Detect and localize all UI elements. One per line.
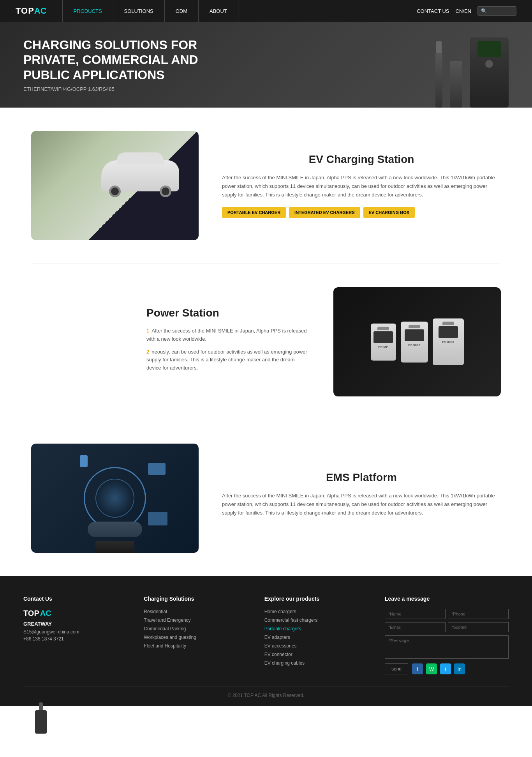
ev-station-illustration [31, 131, 199, 240]
globe-hand [88, 522, 142, 537]
nav-item-about[interactable]: ABOUT [199, 0, 238, 22]
nav-links: PRODUCTS SOLUTIONS ODM ABOUT [62, 0, 417, 22]
power-station-image: PRIME PS 5000 PS 8000 [333, 287, 501, 396]
footer-message-title: Leave a message [385, 596, 509, 602]
footer-products-col: Explore our products Home chargers Comme… [264, 596, 369, 674]
power-station-point1: 1After the success of the MINI SMILE in … [146, 327, 310, 343]
ev-station-title: EV Charging Station [222, 153, 501, 166]
twitter-icon[interactable]: t [440, 663, 451, 674]
power-station-title: Power Station [146, 307, 310, 319]
ps-screen-l [439, 326, 458, 338]
copyright: © 2021 TOP AC All Rights Reserved. [228, 693, 305, 698]
ps-handle-s [377, 327, 389, 330]
ev-charging-box-btn[interactable]: EV CHARGING BOX [363, 207, 415, 218]
footer-phone: +86 138 1874 3721 [23, 636, 128, 642]
wechat-icon[interactable]: W [426, 663, 437, 674]
nav-item-odm[interactable]: ODM [165, 0, 199, 22]
footer-email-input[interactable] [385, 622, 446, 632]
footer: Contact Us TOP AC GREATWAY S15@guangwei-… [0, 576, 532, 706]
ev-station-section: EV Charging Station After the success of… [0, 108, 532, 264]
footer-product-ev-charging-cables[interactable]: EV charging cables [264, 660, 369, 666]
ps-unit-medium: PS 5000 [401, 322, 428, 363]
car-wheel-left [109, 186, 121, 197]
ps-screen-m [405, 329, 424, 341]
ems-section: EMS Platform After the success of the MI… [0, 420, 532, 576]
ps-unit-large: PS 8000 [433, 318, 464, 365]
footer-message-textarea[interactable] [385, 635, 509, 659]
ev-station-content: EV Charging Station After the success of… [222, 153, 501, 218]
footer-submit-input[interactable] [448, 622, 509, 632]
ps-num-1: 1 [146, 328, 149, 334]
footer-email-submit-row [385, 622, 509, 632]
footer-grid: Contact Us TOP AC GREATWAY S15@guangwei-… [23, 596, 509, 674]
facebook-icon[interactable]: f [412, 663, 423, 674]
footer-product-home-chargers[interactable]: Home chargers [264, 609, 369, 614]
ems-content: EMS Platform After the success of the MI… [222, 471, 501, 525]
navbar: TOP AC PRODUCTS SOLUTIONS ODM ABOUT CONT… [0, 0, 532, 22]
footer-charging-link-4[interactable]: Fleet and Hospitality [144, 643, 248, 649]
footer-charging-link-0[interactable]: Residential [144, 609, 248, 614]
ps-screen-s [373, 331, 393, 343]
footer-product-commercial-fast-chargers[interactable]: Commercial fast chargers [264, 617, 369, 623]
nav-lang[interactable]: CN/EN [456, 8, 471, 14]
ps-unit-small: PRIME [371, 324, 396, 361]
footer-phone-input[interactable] [448, 609, 509, 619]
footer-product-ev-connector[interactable]: EV connector [264, 652, 369, 657]
ems-image [31, 444, 199, 553]
ems-title: EMS Platform [222, 471, 501, 484]
footer-bottom: © 2021 TOP AC All Rights Reserved. [23, 686, 509, 698]
power-station-row: PRIME PS 5000 PS 8000 Power Station 1Aft… [31, 287, 501, 396]
ev-station-buttons: PORTABLE EV CHARGER INTEGRATED EV CHARGE… [222, 207, 501, 218]
portable-ev-charger-btn[interactable]: PORTABLE EV CHARGER [222, 207, 286, 218]
nav-item-products[interactable]: PRODUCTS [62, 0, 113, 22]
footer-products-title: Explore our products [264, 596, 369, 602]
nav-item-solutions[interactable]: SOLUTIONS [113, 0, 165, 22]
hero-title: CHARGING SOLUTIONS FOR PRIVATE, COMMERCI… [23, 37, 226, 82]
hand-base [95, 541, 134, 553]
car-shape [101, 160, 179, 191]
footer-product-portable-chargers[interactable]: Portable chargers [264, 626, 369, 631]
footer-name-input[interactable] [385, 609, 446, 619]
hero-section: CHARGING SOLUTIONS FOR PRIVATE, COMMERCI… [0, 22, 532, 108]
power-station-point2: 2neously, can be used for outdoor activi… [146, 348, 310, 372]
footer-logo-ac: AC [40, 609, 51, 618]
footer-charging-link-1[interactable]: Travel and Emergency [144, 617, 248, 623]
footer-charging-col: Charging Solutions Residential Travel an… [144, 596, 248, 674]
device-phone [80, 455, 88, 467]
ps-handle-m [409, 325, 420, 328]
logo[interactable]: TOP AC [16, 6, 47, 16]
integrated-ev-chargers-btn[interactable]: INTEGRATED EV CHARGERS [289, 207, 360, 218]
ps-num-2: 2 [146, 349, 149, 355]
footer-product-ev-accessories[interactable]: EV accessories [264, 643, 369, 649]
hero-content: CHARGING SOLUTIONS FOR PRIVATE, COMMERCI… [23, 37, 509, 92]
footer-charging-link-3[interactable]: Workplaces and guesting [144, 635, 248, 640]
ev-station-image [31, 131, 199, 240]
footer-product-ev-adapters[interactable]: EV adapters [264, 635, 369, 640]
ems-description: After the success of the MINI SMILE in J… [222, 492, 501, 517]
ps-handle-l [442, 322, 454, 325]
nav-contact[interactable]: CONTACT US [417, 8, 449, 14]
footer-charging-title: Charging Solutions [144, 596, 248, 602]
footer-send-btn[interactable]: send [385, 663, 408, 674]
car-wheel-right [160, 186, 171, 197]
globe-inner [95, 479, 134, 518]
nav-right: CONTACT US CN/EN [417, 6, 516, 16]
ps-text-1: After the success of the MINI SMILE in J… [146, 328, 307, 342]
footer-email: S15@guangwei-china.com [23, 629, 128, 635]
ev-station-row: EV Charging Station After the success of… [31, 131, 501, 240]
social-icons: f W t in [412, 663, 465, 674]
ev-station-description: After the success of the MINI SMILE in J… [222, 173, 501, 199]
ps-label-m: PS 5000 [408, 343, 420, 347]
footer-charging-link-2[interactable]: Commercial Parking [144, 626, 248, 631]
ps-text-2: neously, can be used for outdoor activit… [146, 349, 307, 371]
ps-label-s: PRIME [378, 345, 388, 349]
logo-top: TOP [16, 6, 34, 16]
power-station-illustration: PRIME PS 5000 PS 8000 [333, 287, 501, 396]
power-station-content: Power Station 1After the success of the … [146, 307, 310, 377]
linkedin-icon[interactable]: in [454, 663, 465, 674]
search-input[interactable] [477, 6, 516, 16]
footer-contact-title: Contact Us [23, 596, 128, 602]
device-tablet [148, 463, 166, 475]
footer-contact-col: Contact Us TOP AC GREATWAY S15@guangwei-… [23, 596, 128, 674]
device-laptop [148, 512, 167, 525]
